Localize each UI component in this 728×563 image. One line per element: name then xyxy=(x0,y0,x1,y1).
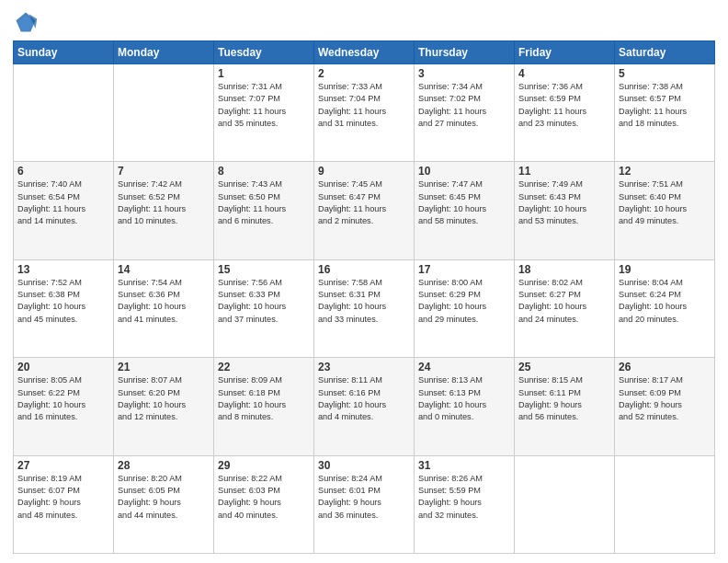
day-info: Sunrise: 8:22 AM Sunset: 6:03 PM Dayligh… xyxy=(218,473,310,522)
day-number: 5 xyxy=(619,67,711,80)
calendar-cell: 23Sunrise: 8:11 AM Sunset: 6:16 PM Dayli… xyxy=(314,358,415,455)
page: SundayMondayTuesdayWednesdayThursdayFrid… xyxy=(0,0,728,563)
day-info: Sunrise: 7:34 AM Sunset: 7:02 PM Dayligh… xyxy=(418,81,510,130)
day-info: Sunrise: 8:26 AM Sunset: 5:59 PM Dayligh… xyxy=(418,473,510,522)
day-info: Sunrise: 8:20 AM Sunset: 6:05 PM Dayligh… xyxy=(118,473,210,522)
calendar-cell: 4Sunrise: 7:36 AM Sunset: 6:59 PM Daylig… xyxy=(515,64,615,162)
day-info: Sunrise: 7:38 AM Sunset: 6:57 PM Dayligh… xyxy=(619,81,711,130)
calendar-cell: 6Sunrise: 7:40 AM Sunset: 6:54 PM Daylig… xyxy=(14,162,114,259)
day-number: 4 xyxy=(518,67,610,80)
day-info: Sunrise: 7:42 AM Sunset: 6:52 PM Dayligh… xyxy=(118,178,210,227)
calendar-cell: 14Sunrise: 7:54 AM Sunset: 6:36 PM Dayli… xyxy=(114,259,214,357)
day-info: Sunrise: 8:04 AM Sunset: 6:24 PM Dayligh… xyxy=(619,277,711,326)
calendar-cell: 15Sunrise: 7:56 AM Sunset: 6:33 PM Dayli… xyxy=(214,259,314,357)
weekday-header-wednesday: Wednesday xyxy=(314,41,415,64)
day-info: Sunrise: 8:17 AM Sunset: 6:09 PM Dayligh… xyxy=(619,374,711,423)
day-info: Sunrise: 8:07 AM Sunset: 6:20 PM Dayligh… xyxy=(118,374,210,423)
calendar-cell: 7Sunrise: 7:42 AM Sunset: 6:52 PM Daylig… xyxy=(114,162,214,259)
day-number: 24 xyxy=(418,361,510,373)
day-number: 18 xyxy=(518,263,610,276)
day-number: 1 xyxy=(218,67,310,80)
calendar-cell: 19Sunrise: 8:04 AM Sunset: 6:24 PM Dayli… xyxy=(615,259,715,357)
calendar-cell: 17Sunrise: 8:00 AM Sunset: 6:29 PM Dayli… xyxy=(415,259,515,357)
week-row-2: 6Sunrise: 7:40 AM Sunset: 6:54 PM Daylig… xyxy=(14,162,715,259)
day-number: 28 xyxy=(118,459,210,472)
day-info: Sunrise: 8:00 AM Sunset: 6:29 PM Dayligh… xyxy=(418,277,510,326)
weekday-header-monday: Monday xyxy=(114,41,214,64)
logo xyxy=(13,9,42,35)
day-number: 3 xyxy=(418,67,510,80)
weekday-header-friday: Friday xyxy=(515,41,615,64)
calendar-cell: 26Sunrise: 8:17 AM Sunset: 6:09 PM Dayli… xyxy=(615,358,715,455)
day-number: 31 xyxy=(418,459,510,472)
calendar-cell: 10Sunrise: 7:47 AM Sunset: 6:45 PM Dayli… xyxy=(415,162,515,259)
calendar-cell: 27Sunrise: 8:19 AM Sunset: 6:07 PM Dayli… xyxy=(14,455,114,553)
day-number: 13 xyxy=(17,263,109,276)
calendar-cell: 2Sunrise: 7:33 AM Sunset: 7:04 PM Daylig… xyxy=(314,64,415,162)
weekday-header-thursday: Thursday xyxy=(415,41,515,64)
calendar-cell: 29Sunrise: 8:22 AM Sunset: 6:03 PM Dayli… xyxy=(214,455,314,553)
calendar-cell: 21Sunrise: 8:07 AM Sunset: 6:20 PM Dayli… xyxy=(114,358,214,455)
weekday-header-saturday: Saturday xyxy=(615,41,715,64)
day-info: Sunrise: 7:33 AM Sunset: 7:04 PM Dayligh… xyxy=(318,81,410,130)
week-row-4: 20Sunrise: 8:05 AM Sunset: 6:22 PM Dayli… xyxy=(14,358,715,455)
weekday-header-sunday: Sunday xyxy=(14,41,114,64)
day-number: 10 xyxy=(418,165,510,178)
calendar-cell: 11Sunrise: 7:49 AM Sunset: 6:43 PM Dayli… xyxy=(515,162,615,259)
calendar-cell: 16Sunrise: 7:58 AM Sunset: 6:31 PM Dayli… xyxy=(314,259,415,357)
day-info: Sunrise: 8:11 AM Sunset: 6:16 PM Dayligh… xyxy=(318,374,410,423)
week-row-1: 1Sunrise: 7:31 AM Sunset: 7:07 PM Daylig… xyxy=(14,64,715,162)
weekday-header-tuesday: Tuesday xyxy=(214,41,314,64)
day-info: Sunrise: 7:51 AM Sunset: 6:40 PM Dayligh… xyxy=(619,178,711,227)
day-info: Sunrise: 8:15 AM Sunset: 6:11 PM Dayligh… xyxy=(518,374,610,423)
day-info: Sunrise: 8:24 AM Sunset: 6:01 PM Dayligh… xyxy=(318,473,410,522)
day-number: 7 xyxy=(118,165,210,178)
week-row-5: 27Sunrise: 8:19 AM Sunset: 6:07 PM Dayli… xyxy=(14,455,715,553)
calendar-cell: 13Sunrise: 7:52 AM Sunset: 6:38 PM Dayli… xyxy=(14,259,114,357)
calendar-cell: 22Sunrise: 8:09 AM Sunset: 6:18 PM Dayli… xyxy=(214,358,314,455)
calendar-cell: 24Sunrise: 8:13 AM Sunset: 6:13 PM Dayli… xyxy=(415,358,515,455)
day-info: Sunrise: 8:05 AM Sunset: 6:22 PM Dayligh… xyxy=(17,374,109,423)
day-number: 6 xyxy=(17,165,109,178)
calendar-cell: 9Sunrise: 7:45 AM Sunset: 6:47 PM Daylig… xyxy=(314,162,415,259)
header xyxy=(13,9,715,35)
day-number: 17 xyxy=(418,263,510,276)
day-number: 25 xyxy=(518,361,610,373)
calendar-cell: 25Sunrise: 8:15 AM Sunset: 6:11 PM Dayli… xyxy=(515,358,615,455)
day-info: Sunrise: 8:09 AM Sunset: 6:18 PM Dayligh… xyxy=(218,374,310,423)
day-info: Sunrise: 7:31 AM Sunset: 7:07 PM Dayligh… xyxy=(218,81,310,130)
day-number: 9 xyxy=(318,165,410,178)
day-info: Sunrise: 7:43 AM Sunset: 6:50 PM Dayligh… xyxy=(218,178,310,227)
day-info: Sunrise: 7:40 AM Sunset: 6:54 PM Dayligh… xyxy=(17,178,109,227)
day-info: Sunrise: 8:02 AM Sunset: 6:27 PM Dayligh… xyxy=(518,277,610,326)
week-row-3: 13Sunrise: 7:52 AM Sunset: 6:38 PM Dayli… xyxy=(14,259,715,357)
calendar-cell: 5Sunrise: 7:38 AM Sunset: 6:57 PM Daylig… xyxy=(615,64,715,162)
calendar-table: SundayMondayTuesdayWednesdayThursdayFrid… xyxy=(13,40,715,554)
day-number: 23 xyxy=(318,361,410,373)
calendar-cell: 18Sunrise: 8:02 AM Sunset: 6:27 PM Dayli… xyxy=(515,259,615,357)
day-number: 12 xyxy=(619,165,711,178)
day-number: 21 xyxy=(118,361,210,373)
calendar-cell: 3Sunrise: 7:34 AM Sunset: 7:02 PM Daylig… xyxy=(415,64,515,162)
day-info: Sunrise: 7:54 AM Sunset: 6:36 PM Dayligh… xyxy=(118,277,210,326)
day-number: 15 xyxy=(218,263,310,276)
weekday-header-row: SundayMondayTuesdayWednesdayThursdayFrid… xyxy=(14,41,715,64)
calendar-cell: 31Sunrise: 8:26 AM Sunset: 5:59 PM Dayli… xyxy=(415,455,515,553)
calendar-cell: 12Sunrise: 7:51 AM Sunset: 6:40 PM Dayli… xyxy=(615,162,715,259)
day-info: Sunrise: 8:19 AM Sunset: 6:07 PM Dayligh… xyxy=(17,473,109,522)
day-info: Sunrise: 7:58 AM Sunset: 6:31 PM Dayligh… xyxy=(318,277,410,326)
day-number: 26 xyxy=(619,361,711,373)
day-number: 2 xyxy=(318,67,410,80)
day-number: 8 xyxy=(218,165,310,178)
calendar-cell: 20Sunrise: 8:05 AM Sunset: 6:22 PM Dayli… xyxy=(14,358,114,455)
calendar-cell: 28Sunrise: 8:20 AM Sunset: 6:05 PM Dayli… xyxy=(114,455,214,553)
day-number: 30 xyxy=(318,459,410,472)
day-info: Sunrise: 7:49 AM Sunset: 6:43 PM Dayligh… xyxy=(518,178,610,227)
day-number: 29 xyxy=(218,459,310,472)
calendar-cell: 30Sunrise: 8:24 AM Sunset: 6:01 PM Dayli… xyxy=(314,455,415,553)
day-number: 19 xyxy=(619,263,711,276)
day-number: 27 xyxy=(17,459,109,472)
day-info: Sunrise: 7:36 AM Sunset: 6:59 PM Dayligh… xyxy=(518,81,610,130)
calendar-cell: 8Sunrise: 7:43 AM Sunset: 6:50 PM Daylig… xyxy=(214,162,314,259)
calendar-cell xyxy=(114,64,214,162)
